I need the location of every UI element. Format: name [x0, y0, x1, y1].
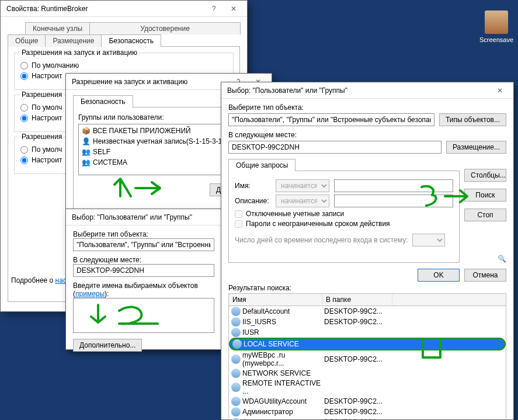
location-input[interactable] — [228, 141, 441, 154]
results-label: Результаты поиска: — [228, 284, 506, 292]
tab-general[interactable]: Общие — [8, 34, 46, 47]
results-row[interactable]: АдминистраторыDESKTOP-99C2... — [229, 417, 506, 420]
location-input[interactable] — [73, 264, 214, 277]
results-row[interactable]: myWEBpc .ru (mywebpc.r...DESKTOP-99C2... — [229, 350, 506, 368]
cancel-button[interactable]: Отмена — [464, 269, 506, 282]
tab-security[interactable]: Безопасность — [73, 95, 133, 107]
titlebar: Выбор: "Пользователи" или "Группы" — [66, 209, 221, 225]
row-name: myWEBpc .ru (mywebpc.r... — [242, 351, 324, 367]
window-title: Разрешение на запуск и активацию — [72, 78, 228, 86]
window-title: Выбор: "Пользователи" или "Группы" — [72, 213, 218, 221]
close-icon[interactable]: ✕ — [224, 2, 244, 15]
location-label: В следующем месте: — [228, 131, 506, 139]
desc-mode-select[interactable]: начинается с — [276, 195, 329, 207]
tab-location[interactable]: Размещение — [45, 34, 102, 47]
principal-icon — [231, 407, 241, 416]
cb-nonexp-passwords[interactable]: Пароли с неограниченным сроком действия — [235, 220, 453, 228]
row-name: IUSR — [242, 328, 324, 336]
results-header: Имя В папке — [228, 293, 506, 306]
radio-default-1[interactable]: По умолчанию — [20, 61, 227, 70]
find-now-button[interactable]: Поиск — [464, 189, 506, 202]
principal-icon — [231, 307, 241, 316]
help-icon[interactable]: ? — [204, 2, 224, 15]
users-icon: 👥 — [81, 147, 91, 157]
window-title: Свойства: RuntimeBroker — [6, 5, 204, 13]
winrar-icon — [485, 11, 508, 34]
principal-icon — [231, 418, 241, 420]
principal-icon — [231, 383, 241, 392]
dialog-select-users-small: Выбор: "Пользователи" или "Группы" Выбер… — [65, 209, 222, 350]
col-name[interactable]: Имя — [229, 294, 322, 306]
days-label: Число дней со времени последнего входа в… — [235, 236, 408, 244]
stop-button[interactable]: Стоп — [464, 209, 506, 221]
group-perm3-title: Разрешения — [19, 133, 64, 141]
desc-label: Описание: — [235, 197, 271, 205]
search-icon: 🔍 — [464, 255, 506, 263]
row-name: LOCAL SERVICE — [244, 340, 325, 348]
principal-icon — [231, 397, 241, 406]
select-type-input[interactable] — [73, 238, 214, 251]
results-row[interactable]: DefaultAccountDESKTOP-99C2... — [229, 306, 506, 317]
window-title: Выбор: "Пользователи" или "Группы" — [227, 86, 490, 95]
col-folder[interactable]: В папке — [322, 294, 392, 306]
results-row[interactable]: NETWORK SERVICE — [229, 368, 506, 379]
advanced-button[interactable]: Дополнительно... — [73, 339, 142, 352]
results-row[interactable]: LOCAL SERVICE — [229, 338, 506, 350]
examples-link[interactable]: примеры — [75, 290, 105, 298]
group-perm2-title: Разрешения — [19, 91, 64, 99]
name-input[interactable] — [334, 179, 453, 192]
principal-icon — [231, 369, 241, 378]
titlebar: Выбор: "Пользователи" или "Группы" ✕ — [221, 82, 513, 99]
select-type-input[interactable] — [228, 113, 434, 126]
more-info: Подробнее о нас — [11, 276, 67, 284]
results-row[interactable]: IUSR — [229, 327, 506, 338]
select-type-label: Выберите тип объекта: — [228, 103, 506, 112]
names-label: Введите имена выбираемых объектов — [73, 282, 198, 290]
location-label: В следующем месте: — [73, 256, 214, 264]
locations-button[interactable]: Размещение... — [446, 141, 506, 154]
close-icon[interactable]: ✕ — [490, 84, 510, 97]
object-types-button[interactable]: Типы объектов... — [439, 113, 506, 126]
select-type-label: Выберите тип объекта: — [73, 230, 214, 238]
tab-identity[interactable]: Удостоверение — [89, 22, 241, 34]
results-row[interactable]: АдминистраторDESKTOP-99C2... — [229, 407, 506, 417]
row-name: WDAGUtilityAccount — [242, 397, 324, 405]
columns-button[interactable]: Столбцы... — [464, 169, 506, 182]
row-name: Администратор — [242, 408, 324, 416]
row-folder: DESKTOP-99C2... — [324, 355, 394, 363]
tab-endpoints[interactable]: Конечные узлы — [25, 22, 90, 34]
results-row[interactable]: WDAGUtilityAccountDESKTOP-99C2... — [229, 396, 506, 407]
name-mode-select[interactable]: начинается с — [276, 179, 329, 192]
dialog-select-users-advanced: Выбор: "Пользователи" или "Группы" ✕ Выб… — [221, 82, 514, 420]
titlebar: Свойства: RuntimeBroker ? ✕ — [1, 1, 247, 17]
row-name: REMOTE INTERACTIVE ... — [242, 379, 324, 395]
name-label: Имя: — [235, 182, 271, 190]
row-folder: DESKTOP-99C2... — [324, 307, 394, 315]
desc-input[interactable] — [334, 195, 453, 207]
row-name: IIS_IUSRS — [242, 318, 324, 326]
names-textarea[interactable] — [73, 298, 214, 333]
desktop-shortcut-label: Screensave — [476, 36, 517, 43]
row-name: NETWORK SERVICE — [242, 369, 324, 377]
principal-icon — [231, 328, 241, 337]
row-folder: DESKTOP-99C2... — [324, 318, 394, 326]
ok-button[interactable]: OK — [418, 269, 460, 282]
principal-icon — [232, 339, 242, 349]
tab-security[interactable]: Безопасность — [101, 34, 161, 47]
tab-common-queries[interactable]: Общие запросы — [228, 159, 295, 171]
results-row[interactable]: IIS_IUSRSDESKTOP-99C2... — [229, 317, 506, 327]
group-launch-title: Разрешения на запуск и активацию — [19, 48, 140, 57]
days-select[interactable] — [412, 234, 445, 247]
cb-disabled-accounts[interactable]: Отключенные учетные записи — [235, 210, 453, 218]
row-folder: DESKTOP-99C2... — [324, 408, 394, 416]
row-folder: DESKTOP-99C2... — [324, 397, 394, 405]
results-row[interactable]: REMOTE INTERACTIVE ... — [229, 379, 506, 396]
more-info-link[interactable]: нас — [55, 276, 67, 284]
principal-icon — [231, 317, 241, 327]
desktop-shortcut[interactable]: Screensave — [476, 11, 517, 43]
user-icon: 👤 — [81, 137, 91, 146]
results-grid[interactable]: DefaultAccountDESKTOP-99C2...IIS_IUSRSDE… — [228, 306, 506, 420]
principal-icon — [231, 355, 241, 364]
users-icon: 👥 — [81, 158, 91, 167]
package-icon: 📦 — [81, 126, 91, 136]
